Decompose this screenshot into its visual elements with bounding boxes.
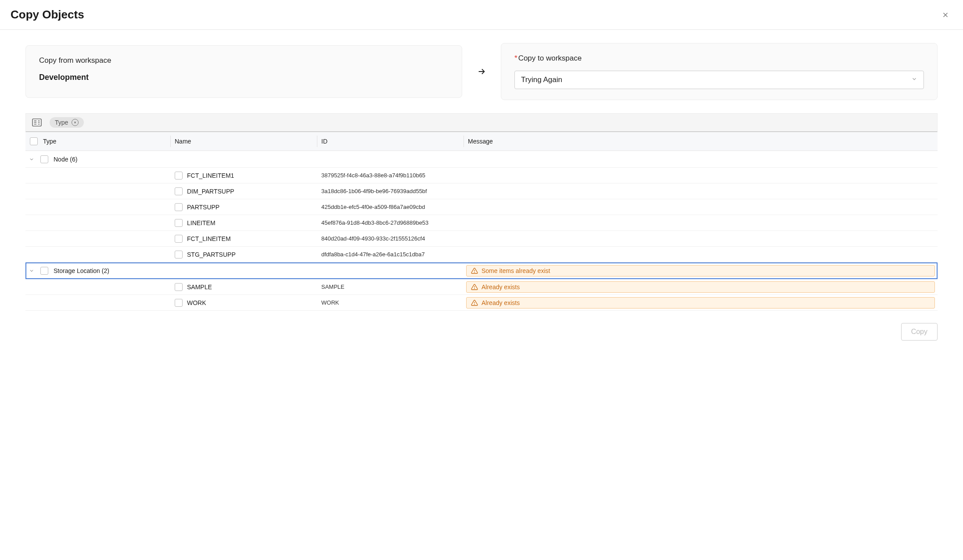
row-checkbox[interactable] — [175, 203, 183, 211]
copy-from-value: Development — [39, 73, 449, 82]
row-checkbox[interactable] — [175, 283, 183, 291]
row-id: dfdfa8ba-c1d4-47fe-a26e-6a1c15c1dba7 — [317, 248, 464, 260]
row-message-cell — [464, 190, 938, 193]
table-row: SAMPLESAMPLEAlready exists — [25, 279, 938, 295]
row-message-cell: Already exists — [464, 280, 938, 294]
row-name-cell: STG_PARTSUPP — [170, 248, 317, 261]
dialog-title: Copy Objects — [11, 8, 84, 22]
row-checkbox[interactable] — [175, 172, 183, 179]
svg-point-4 — [474, 288, 475, 289]
group-row[interactable]: Node (6) — [25, 151, 938, 168]
row-checkbox[interactable] — [175, 299, 183, 307]
row-name-cell: SAMPLE — [170, 280, 317, 294]
row-name-cell: FCT_LINEITEM1 — [170, 169, 317, 182]
select-all-checkbox[interactable] — [30, 137, 38, 145]
chevron-down-icon — [911, 75, 917, 84]
filter-list-icon[interactable] — [32, 118, 42, 126]
warning-badge: Already exists — [466, 281, 935, 293]
warning-badge: Some items already exist — [466, 265, 935, 276]
copy-from-panel: Copy from workspace Development — [25, 45, 462, 98]
table-body: Node (6)FCT_LINEITEM13879525f-f4c8-46a3-… — [25, 151, 938, 311]
row-checkbox[interactable] — [175, 219, 183, 227]
close-button[interactable] — [940, 10, 951, 20]
group-type-cell: Node (6) — [25, 152, 170, 167]
row-name: LINEITEM — [187, 219, 216, 226]
row-checkbox[interactable] — [175, 235, 183, 243]
copy-to-select-value: Trying Again — [521, 75, 562, 84]
arrow-icon — [473, 67, 490, 76]
table-header: Type Name ID Message — [25, 132, 938, 151]
row-name-cell: LINEITEM — [170, 216, 317, 230]
warning-text: Already exists — [482, 299, 520, 306]
group-label: Storage Location (2) — [54, 267, 109, 274]
expand-caret-icon[interactable] — [28, 156, 35, 163]
row-id: WORK — [317, 297, 464, 309]
column-name: Name — [170, 132, 317, 151]
table-row: STG_PARTSUPPdfdfa8ba-c1d4-47fe-a26e-6a1c… — [25, 247, 938, 262]
row-checkbox[interactable] — [175, 251, 183, 258]
table-row: FCT_LINEITEM840d20ad-4f09-4930-933c-2f15… — [25, 231, 938, 247]
copy-button[interactable]: Copy — [901, 323, 938, 341]
dialog-body: Copy from workspace Development Copy to … — [0, 30, 963, 311]
row-name: WORK — [187, 299, 206, 306]
row-name: SAMPLE — [187, 284, 212, 291]
workspace-row: Copy from workspace Development Copy to … — [25, 43, 938, 100]
dialog-footer: Copy — [0, 311, 963, 355]
copy-to-label: Copy to workspace — [514, 54, 924, 63]
column-type: Type — [25, 132, 170, 151]
row-id: 45ef876a-91d8-4db3-8bc6-27d96889be53 — [317, 217, 464, 229]
filter-chip-remove[interactable] — [72, 119, 79, 126]
row-id: 840d20ad-4f09-4930-933c-2f1555126cf4 — [317, 233, 464, 244]
column-message: Message — [464, 132, 938, 151]
row-checkbox[interactable] — [175, 187, 183, 195]
group-checkbox[interactable] — [40, 155, 48, 163]
row-name-cell: DIM_PARTSUPP — [170, 185, 317, 198]
row-id: 3879525f-f4c8-46a3-88e8-a74f9b110b65 — [317, 169, 464, 181]
row-name: FCT_LINEITEM — [187, 235, 231, 242]
column-type-label: Type — [43, 138, 56, 145]
row-name-cell: PARTSUPP — [170, 201, 317, 214]
group-row[interactable]: Storage Location (2)Some items already e… — [25, 262, 938, 279]
row-message-cell — [464, 221, 938, 225]
table-row: LINEITEM45ef876a-91d8-4db3-8bc6-27d96889… — [25, 215, 938, 231]
table-row: FCT_LINEITEM13879525f-f4c8-46a3-88e8-a74… — [25, 168, 938, 183]
close-icon — [941, 11, 949, 19]
filter-chip-type[interactable]: Type — [50, 117, 84, 128]
row-name: STG_PARTSUPP — [187, 251, 236, 258]
row-message-cell — [464, 253, 938, 256]
row-message-cell — [464, 174, 938, 177]
row-name-cell: FCT_LINEITEM — [170, 232, 317, 245]
filter-bar: Type — [25, 113, 938, 132]
table-row: PARTSUPP425ddb1e-efc5-4f0e-a509-f86a7ae0… — [25, 199, 938, 215]
warning-badge: Already exists — [466, 297, 935, 309]
dialog-header: Copy Objects — [0, 0, 963, 30]
row-name-cell: WORK — [170, 296, 317, 309]
group-checkbox[interactable] — [40, 267, 48, 275]
group-type-cell: Storage Location (2) — [25, 263, 170, 278]
row-message-cell — [464, 205, 938, 209]
filter-chip-label: Type — [55, 119, 68, 126]
warning-text: Some items already exist — [482, 267, 550, 274]
row-name: DIM_PARTSUPP — [187, 188, 234, 195]
table-row: WORKWORKAlready exists — [25, 295, 938, 311]
svg-point-6 — [474, 304, 475, 305]
table-row: DIM_PARTSUPP3a18dc86-1b06-4f9b-be96-7693… — [25, 183, 938, 199]
row-message-cell — [464, 237, 938, 241]
row-id: SAMPLE — [317, 281, 464, 293]
row-message-cell: Already exists — [464, 295, 938, 310]
row-id: 425ddb1e-efc5-4f0e-a509-f86a7ae09cbd — [317, 201, 464, 213]
copy-to-select[interactable]: Trying Again — [514, 71, 924, 89]
svg-rect-0 — [32, 119, 41, 126]
copy-from-label: Copy from workspace — [39, 56, 449, 65]
column-id: ID — [317, 132, 464, 151]
group-message-cell: Some items already exist — [464, 263, 938, 278]
svg-point-2 — [474, 272, 475, 273]
group-label: Node (6) — [54, 156, 77, 163]
expand-caret-icon[interactable] — [28, 267, 35, 274]
copy-to-panel: Copy to workspace Trying Again — [501, 43, 938, 100]
warning-text: Already exists — [482, 284, 520, 291]
row-name: FCT_LINEITEM1 — [187, 172, 234, 179]
row-name: PARTSUPP — [187, 204, 219, 211]
group-message-cell — [464, 158, 938, 161]
row-id: 3a18dc86-1b06-4f9b-be96-76939add55bf — [317, 185, 464, 197]
